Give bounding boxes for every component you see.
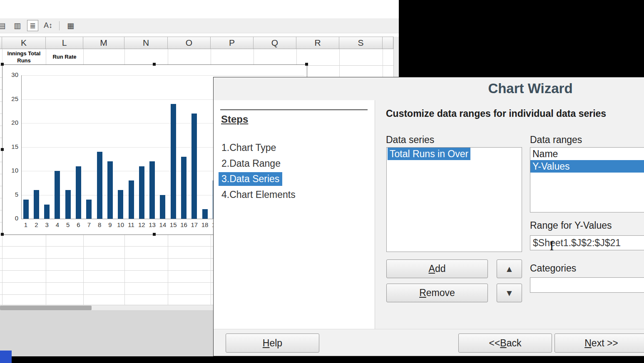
chart-x-tick-label: 14	[157, 221, 168, 228]
chart-toolbar: ▤▥≣A↕▦	[0, 18, 399, 33]
help-button[interactable]: Help	[226, 333, 319, 353]
chart-wizard-dialog: Chart Wizard Steps 1.Chart Type2.Data Ra…	[213, 77, 644, 356]
chart-y-axis	[21, 75, 22, 219]
column-headers: KLMNOPQRS	[0, 37, 393, 49]
list-item[interactable]: Name	[530, 148, 644, 160]
chart-bar	[76, 166, 81, 219]
chart-handle[interactable]	[153, 233, 156, 236]
column-header-s[interactable]: S	[339, 37, 383, 49]
chart-y-tick-label: 5	[4, 191, 18, 198]
categories-input[interactable]	[530, 277, 644, 293]
chart-y-tick-label: 20	[4, 119, 18, 126]
chart-handle[interactable]	[1, 233, 4, 236]
move-up-button[interactable]: ▲	[497, 259, 522, 278]
data-table-icon[interactable]: ▦	[65, 20, 76, 31]
chart-x-tick-label: 1	[20, 221, 31, 228]
steps-panel: Steps 1.Chart Type2.Data Range3.Data Ser…	[214, 100, 375, 329]
chart-handle[interactable]	[1, 63, 4, 66]
dialog-title: Chart Wizard	[214, 81, 644, 96]
scrollbar-thumb[interactable]	[0, 306, 92, 310]
chart-bar	[118, 190, 123, 219]
chart-bar	[191, 114, 197, 219]
chart-bar	[44, 205, 50, 219]
list-item[interactable]: Total Runs in Over	[388, 148, 470, 160]
chart-bar	[97, 152, 102, 219]
column-header-l[interactable]: L	[46, 37, 83, 49]
wizard-step-4[interactable]: 4.Chart Elements	[219, 188, 298, 202]
categories-label: Categories	[530, 263, 576, 274]
listbox-row: Total Runs in Over	[387, 148, 522, 160]
chart-y-tick-label: 30	[4, 71, 18, 78]
data-series-label: Data series	[386, 134, 434, 146]
chart-x-tick-label: 4	[52, 221, 63, 228]
chart-x-tick-label: 11	[126, 221, 137, 228]
data-series-listbox[interactable]: Total Runs in Over	[386, 147, 522, 252]
chart-bar	[65, 190, 71, 219]
chart-x-tick-label: 7	[84, 221, 94, 228]
wizard-step-3[interactable]: 3.Data Series	[219, 172, 282, 186]
dialog-heading: Customize data ranges for individual dat…	[386, 108, 606, 119]
list-item[interactable]: Y-Values	[530, 160, 644, 173]
legend-icon[interactable]: ≣	[27, 20, 38, 31]
chart-x-tick-label: 8	[94, 221, 105, 228]
range-y-label: Range for Y-Values	[530, 220, 612, 231]
column-header-k[interactable]: K	[2, 37, 46, 49]
remove-button[interactable]: Remove	[386, 284, 488, 302]
chart-y-tick-label: 0	[4, 215, 18, 222]
wizard-step-1[interactable]: 1.Chart Type	[219, 141, 279, 155]
chart-handle[interactable]	[305, 63, 308, 66]
column-header-n[interactable]: N	[124, 37, 168, 49]
chart-handle[interactable]	[153, 63, 156, 66]
cell-l1[interactable]: Run Rate	[46, 49, 83, 65]
chart-x-tick-label: 9	[104, 221, 115, 228]
chart-y-tick-label: 10	[4, 167, 18, 174]
chart-bar	[149, 161, 155, 219]
back-button[interactable]: << Back	[458, 333, 552, 353]
toolbar-separator	[59, 21, 60, 30]
column-header-r[interactable]: R	[296, 37, 339, 49]
chart-y-tick-label: 15	[4, 143, 18, 150]
chart-x-tick-label: 13	[147, 221, 158, 228]
wizard-step-2[interactable]: 2.Data Range	[219, 157, 283, 170]
column-header-q[interactable]: Q	[254, 37, 296, 49]
column-header-partial-right[interactable]	[383, 37, 393, 49]
column-header-p[interactable]: P	[211, 37, 254, 49]
chart-bar	[23, 200, 29, 219]
column-header-m[interactable]: M	[83, 37, 124, 49]
scale-text-icon[interactable]: A↕	[42, 20, 54, 31]
down-arrow-icon: ▼	[505, 288, 514, 298]
cell-k1[interactable]: Innings Total Runs	[2, 49, 46, 65]
chart-bar	[55, 171, 60, 219]
move-down-button[interactable]: ▼	[497, 284, 522, 302]
chart-gridline	[21, 75, 304, 76]
chart-handle[interactable]	[1, 148, 4, 151]
chart-x-tick-label: 6	[73, 221, 84, 228]
chart-wall-icon[interactable]: ▤	[0, 20, 7, 31]
chart-x-tick-label: 10	[115, 221, 126, 228]
taskbar-blue-icon[interactable]	[0, 351, 12, 363]
chart-axes-icon[interactable]: ▥	[12, 20, 23, 31]
range-y-input[interactable]	[530, 235, 644, 250]
chart-bar	[139, 166, 144, 219]
chart-bar	[171, 104, 176, 219]
chart-bar	[86, 200, 92, 219]
chart-x-tick-label: 18	[199, 221, 210, 228]
chart-x-tick-label: 16	[179, 221, 189, 228]
chart-bar	[202, 209, 208, 219]
chart-bar	[129, 180, 134, 219]
data-ranges-label: Data ranges	[530, 134, 582, 146]
column-header-o[interactable]: O	[168, 37, 211, 49]
chart-bar	[181, 157, 186, 219]
chart-y-tick-label: 25	[4, 95, 18, 102]
chart-x-tick-label: 3	[42, 221, 52, 228]
add-button[interactable]: Add	[386, 259, 488, 278]
desktop-background	[399, 0, 644, 77]
next-button[interactable]: Next >>	[554, 333, 644, 353]
chart-x-tick-label: 2	[31, 221, 42, 228]
chart-bar	[107, 161, 113, 219]
chart-bar	[34, 190, 39, 219]
chart-x-tick-label: 5	[62, 221, 73, 228]
up-arrow-icon: ▲	[505, 264, 514, 274]
sheet-row-1: Innings Total Runs Run Rate	[0, 49, 393, 66]
data-ranges-listbox[interactable]: NameY-Values	[530, 147, 644, 212]
